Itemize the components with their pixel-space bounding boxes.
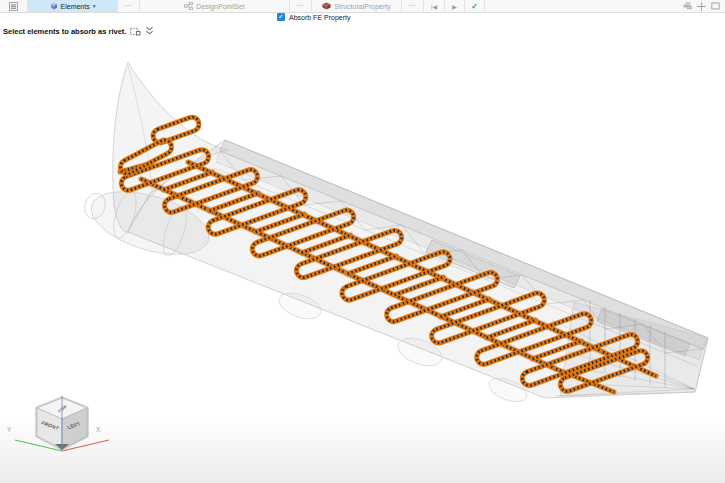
window-controls <box>683 0 725 12</box>
toolbar-spacer <box>485 0 683 12</box>
play-button[interactable]: ▶ <box>445 0 465 12</box>
application-window: Elements ▾ ⋯ DesignPointSet ⋯ Struc <box>0 0 725 483</box>
elements-cube-icon <box>50 2 58 10</box>
y-axis-label: Y <box>7 426 12 433</box>
skip-to-start-button[interactable]: |◀ <box>424 0 445 12</box>
list-icon <box>9 2 18 11</box>
x-axis-label: X <box>96 426 101 433</box>
tab-designpointset-label: DesignPointSet <box>196 3 244 10</box>
expand-more-icon[interactable] <box>145 26 154 36</box>
options-bar: ✓ Absorb FE Property <box>277 13 350 21</box>
tab-structuralproperty[interactable]: StructuralProperty <box>312 0 402 12</box>
menu-button[interactable] <box>0 0 28 12</box>
prompt-bar: Select elements to absorb as rivet. <box>3 26 154 36</box>
toolbar: Elements ▾ ⋯ DesignPointSet ⋯ Struc <box>0 0 725 13</box>
absorb-fe-property-checkbox[interactable]: ✓ <box>277 13 285 21</box>
accept-button[interactable]: ✓ <box>465 0 485 12</box>
chevron-down-icon: ▾ <box>93 3 96 9</box>
box-select-icon[interactable] <box>130 27 141 36</box>
tab-designpointset[interactable]: DesignPointSet <box>140 0 290 12</box>
prompt-text: Select elements to absorb as rivet. <box>3 27 126 36</box>
tab-elements[interactable]: Elements ▾ <box>28 0 118 12</box>
structural-property-icon <box>322 2 331 10</box>
overflow-button-structuralproperty[interactable]: ⋯ <box>402 0 424 12</box>
overflow-button-elements[interactable]: ⋯ <box>118 0 140 12</box>
absorb-fe-property-label: Absorb FE Property <box>289 14 350 21</box>
design-point-set-icon <box>184 2 193 10</box>
maximize-icon[interactable] <box>711 2 720 10</box>
tab-elements-label: Elements <box>61 3 90 10</box>
overflow-button-designpointset[interactable]: ⋯ <box>290 0 312 12</box>
tab-structuralproperty-label: StructuralProperty <box>334 3 390 10</box>
move-icon[interactable] <box>697 2 706 11</box>
layout-windows-icon[interactable] <box>683 2 692 10</box>
view-cube[interactable]: TOP FRONT LEFT Y X <box>0 385 145 463</box>
